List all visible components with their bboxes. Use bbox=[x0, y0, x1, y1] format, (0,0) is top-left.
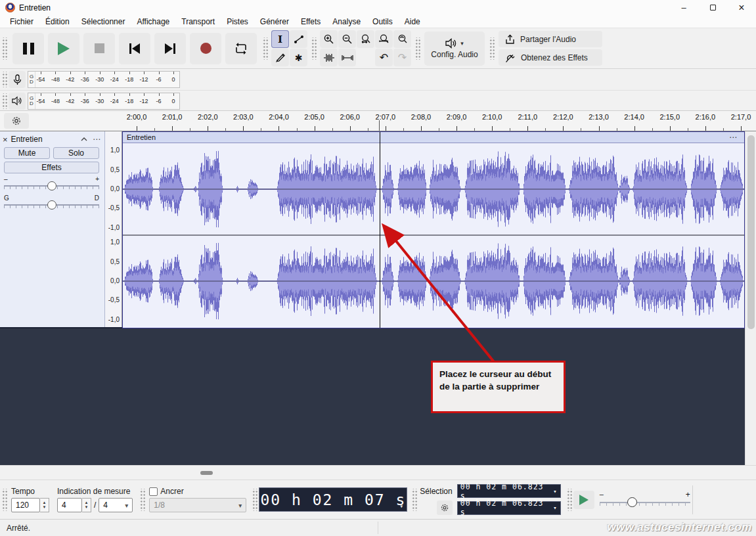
stop-button[interactable] bbox=[83, 33, 115, 64]
playback-speed-slider[interactable]: – + bbox=[600, 490, 690, 510]
zoom-toggle-button[interactable] bbox=[393, 30, 411, 48]
collapse-chevron-icon[interactable] bbox=[81, 137, 87, 141]
vertical-scrollbar[interactable] bbox=[745, 131, 756, 465]
tempo-input[interactable]: 120 bbox=[11, 498, 40, 512]
timeline-options-button[interactable] bbox=[4, 113, 29, 129]
transport-toolbar-grip[interactable] bbox=[1, 37, 7, 60]
menu-analyse[interactable]: Analyse bbox=[326, 16, 367, 28]
audio-setup-grip[interactable] bbox=[414, 37, 420, 60]
pause-button[interactable] bbox=[12, 33, 44, 64]
skip-to-start-icon bbox=[128, 43, 141, 55]
edit-toolbar-grip[interactable] bbox=[311, 37, 317, 60]
speed-slider-thumb[interactable] bbox=[627, 497, 637, 507]
menu-generer[interactable]: Générer bbox=[254, 16, 295, 28]
time-signature-grip[interactable] bbox=[1, 489, 7, 511]
selection-options-button[interactable] bbox=[437, 501, 453, 515]
draw-tool-button[interactable] bbox=[271, 49, 289, 66]
amp-scale-label: 1,0 bbox=[110, 146, 120, 154]
timeline-label: 2:17,0 bbox=[731, 113, 751, 121]
tools-toolbar-grip[interactable] bbox=[262, 37, 268, 60]
skip-to-start-button[interactable] bbox=[119, 33, 150, 64]
snap-checkbox[interactable] bbox=[149, 487, 158, 496]
recording-meter-button[interactable] bbox=[9, 71, 26, 88]
recording-meter-scale[interactable]: GD -54-48-42-36-30-24-18-12-60 bbox=[28, 71, 180, 88]
note-select[interactable]: 4▾ bbox=[99, 498, 133, 512]
selection-end-field[interactable]: 00 h 02 m 06.823 s▾ bbox=[457, 501, 561, 515]
record-button[interactable] bbox=[190, 33, 221, 64]
beats-spinner[interactable]: ▲▼ bbox=[82, 498, 91, 512]
menu-pistes[interactable]: Pistes bbox=[221, 16, 254, 28]
zoom-project-button[interactable] bbox=[375, 30, 393, 48]
selection-grip[interactable] bbox=[411, 489, 417, 511]
pan-slider[interactable]: G D bbox=[3, 194, 100, 212]
time-format-caret-icon[interactable]: ▾ bbox=[399, 502, 405, 510]
loop-button[interactable] bbox=[225, 33, 257, 64]
clip-menu-button[interactable]: ⋯ bbox=[729, 132, 738, 143]
effects-button[interactable]: Effets bbox=[4, 162, 99, 173]
track-name[interactable]: Entretien bbox=[11, 135, 43, 144]
track-menu-button[interactable]: ⋯ bbox=[93, 135, 100, 144]
playback-meter-button[interactable] bbox=[9, 93, 26, 110]
menu-fichier[interactable]: Fichier bbox=[4, 16, 39, 28]
zoom-in-button[interactable] bbox=[320, 30, 338, 48]
mute-button[interactable]: Mute bbox=[4, 147, 50, 159]
waveform[interactable] bbox=[123, 143, 744, 328]
menu-edition[interactable]: Édition bbox=[39, 16, 76, 28]
clip[interactable]: Entretien ⋯ bbox=[122, 131, 745, 328]
menu-outils[interactable]: Outils bbox=[367, 16, 399, 28]
gain-slider-thumb[interactable] bbox=[47, 181, 56, 190]
zoom-selection-button[interactable] bbox=[357, 30, 374, 48]
time-toolbar: Tempo 120 ▲▼ Indication de mesure 4 ▲▼ /… bbox=[0, 480, 756, 519]
horizontal-scrollbar-thumb[interactable] bbox=[200, 471, 213, 475]
tempo-spinner[interactable]: ▲▼ bbox=[40, 498, 49, 512]
recording-meter-grip[interactable] bbox=[1, 72, 7, 87]
snap-grip[interactable] bbox=[139, 489, 145, 511]
selection-tool-button[interactable]: I bbox=[271, 30, 289, 48]
horizontal-scrollbar[interactable] bbox=[0, 465, 756, 480]
menu-affichage[interactable]: Affichage bbox=[131, 16, 175, 28]
time-grip[interactable] bbox=[252, 489, 257, 511]
solo-button[interactable]: Solo bbox=[53, 147, 99, 159]
speed-grip[interactable] bbox=[566, 489, 572, 511]
playback-meter-scale[interactable]: GD -54-48-42-36-30-24-18-12-60 bbox=[28, 93, 180, 110]
redo-button[interactable]: ↷ bbox=[393, 49, 411, 66]
menu-transport[interactable]: Transport bbox=[175, 16, 221, 28]
menu-effets[interactable]: Effets bbox=[295, 16, 326, 28]
time-display[interactable]: 00 h 02 m 07 s ▾ bbox=[259, 487, 407, 512]
skip-to-end-button[interactable] bbox=[154, 33, 186, 64]
window-title: Entretien bbox=[19, 3, 51, 12]
close-button[interactable]: × bbox=[727, 0, 756, 15]
audio-setup-button[interactable]: ▾ Config. Audio bbox=[424, 32, 485, 66]
play-button[interactable] bbox=[48, 33, 79, 64]
vertical-scrollbar-thumb[interactable] bbox=[747, 135, 755, 329]
selection-start-field[interactable]: 00 h 02 m 06.823 s▾ bbox=[457, 484, 561, 498]
playback-meter-grip[interactable] bbox=[1, 93, 7, 109]
zoom-out-button[interactable] bbox=[338, 30, 356, 48]
timeline-label: 2:12,0 bbox=[553, 113, 573, 121]
loop-icon bbox=[234, 42, 248, 55]
gain-slider[interactable]: – + bbox=[3, 175, 100, 192]
play-at-speed-button[interactable] bbox=[573, 491, 594, 509]
multi-tool-button[interactable]: ✱ bbox=[290, 49, 307, 66]
pan-slider-thumb[interactable] bbox=[47, 200, 56, 210]
trim-audio-button[interactable] bbox=[320, 49, 338, 66]
menu-aide[interactable]: Aide bbox=[399, 16, 426, 28]
maximize-button[interactable] bbox=[698, 0, 727, 15]
pan-left-label: G bbox=[4, 194, 9, 202]
silence-audio-button[interactable] bbox=[338, 49, 356, 66]
timeline-ruler[interactable]: 2:00,02:01,02:02,02:03,02:04,02:05,02:06… bbox=[0, 111, 756, 131]
snap-select[interactable]: 1/8▾ bbox=[149, 498, 246, 512]
undo-button[interactable]: ↶ bbox=[375, 49, 393, 66]
vertical-scale-ruler[interactable]: 1,00,50,0-0,5-1,01,00,50,0-0,5-1,0 bbox=[105, 131, 122, 327]
envelope-tool-button[interactable] bbox=[290, 30, 307, 48]
amp-scale-label: 1,0 bbox=[110, 238, 120, 246]
clip-header[interactable]: Entretien ⋯ bbox=[123, 132, 744, 143]
menu-selectionner[interactable]: Sélectionner bbox=[76, 16, 131, 28]
share-grip[interactable] bbox=[489, 37, 495, 60]
minimize-button[interactable]: – bbox=[669, 0, 698, 15]
get-effects-button[interactable]: Obtenez des Effets bbox=[499, 49, 602, 66]
share-audio-button[interactable]: Partager l'Audio bbox=[499, 31, 602, 47]
beats-input[interactable]: 4 bbox=[57, 498, 82, 512]
track-close-button[interactable]: × bbox=[3, 135, 8, 145]
maximize-icon bbox=[710, 5, 716, 11]
